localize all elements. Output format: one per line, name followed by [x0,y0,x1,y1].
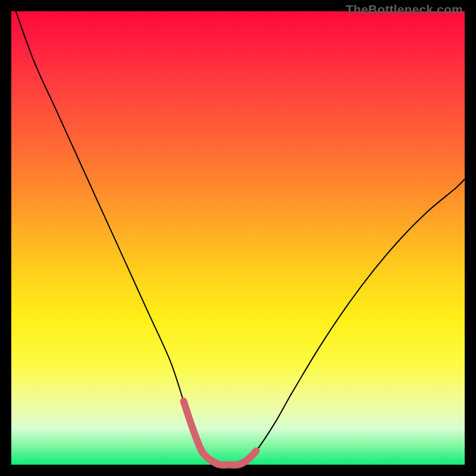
chart-svg [11,11,465,465]
outer-frame: TheBottleneck.com [0,0,476,476]
watermark-text: TheBottleneck.com [346,2,463,17]
optimal-band [184,401,256,465]
bottleneck-curve [16,11,465,465]
